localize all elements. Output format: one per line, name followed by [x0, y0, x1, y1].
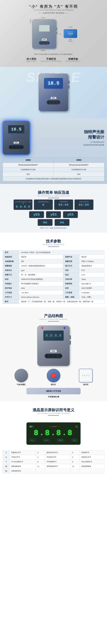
alarm-section: 18.5 ihldr 独特声光振 报警设计 让气体浓度在达到 高低报警值时能够迅 [0, 118, 107, 184]
table-row: 工作温度 -10~40℃ 工作湿度 5~90%RH [3, 290, 104, 295]
structure-open-key: 开机键/确认键 [48, 396, 59, 398]
desc-item-comfort: 手感舒适 HAND FEEL COMFORTABLE [41, 57, 61, 62]
alarm-device-image: 18.5 ihldr [3, 121, 30, 155]
structure-storage-area: 磁吸接口/开关存储 [26, 388, 81, 394]
table-row: 配件 提供各一个：万向旋转钳套一套、充电一套、鳄鱼夹一套、合格证提供各一套、说明… [3, 300, 104, 304]
desc-item-light: 体小质轻 SMALL LIGHT [26, 57, 37, 62]
table-row: 振动 振动 [3, 172, 104, 176]
alarm-table: 低警报 高警报 蜂鸣器连续低速滴滴报警声 蜂鸣器连续高速滴滴报警声 红蓝报警指示… [3, 158, 104, 181]
lcd-display: S ALARM ◁ ⏻ 8.8.8.8 AL-L AL-H ZERO CAL [26, 422, 81, 445]
hero-sub: —— 先进的安全保护 就在您身边 —— [3, 12, 104, 14]
yes-screen-1: yES [29, 211, 44, 218]
op-screen-1: 开机自检后迅速进入人员测测 8.8.8.8 [14, 200, 33, 210]
table-row: 浓度单位 ppm 语言 中文 [3, 268, 104, 273]
table-row: 外壳尺寸 92mm×58mm×28.5mm 重量（净重） 150g（净重） [3, 295, 104, 300]
structure-title-cn: 产品结构图 [3, 313, 104, 318]
size-desc: 适你小巧外形 和银行卡比起来相差无几 轻巧便携 检测随心 [3, 53, 104, 55]
operation-section: 操作简单 响应迅速 THE OPERATION IS SIMPLE AND QU… [0, 184, 107, 232]
table-row: 传感器数量 2种 测量范围 常量: 0-100ppm [3, 259, 104, 264]
tech-params-table: 型号 HG-MDC-C*指示一定方向传感器选用 检测原理 电化学 检测气体 电化… [3, 250, 104, 304]
op-screen-3: 迅速报警设置 05:00 [54, 200, 73, 210]
table-row: 10 报警低数值单 11 报警高数值符号 12 高报报警数量 [3, 464, 104, 469]
no-screens-row: no no [3, 219, 104, 226]
alarm-title-area: 独特声光振 报警设计 让气体浓度在达到 高低报警值时能够迅速提醒 [33, 129, 104, 146]
lcd-btn-al-l[interactable]: AL-L [30, 439, 36, 442]
table-row: 型号 HG-MDC-C*指示一定方向传感器选用 [3, 250, 104, 255]
simple-section: SIMPLE 18.5 ihldr [0, 67, 107, 118]
table-row: 开启报警后声光和振动同时间报示 同时检测到高低报警发生时执行高报警动作 [3, 176, 104, 181]
yes-screen-2: yES [46, 211, 61, 218]
yes-screens-row: yES yES yES [3, 211, 104, 218]
operation-caption: 智慧了方式一键感 使用安放安全放心 [3, 227, 104, 229]
structure-main-device: 8.8.8.8 ihldr [37, 326, 70, 366]
op-screen-2: 查看警报报警限值 0 [34, 200, 53, 210]
hero-tagline-en: A LITTLE ACTION MAKES A BIG DIFFERENCE [3, 9, 104, 11]
operation-screens-row: 开机自检后迅速进入人员测测 8.8.8.8 查看警报报警限值 0 迅速报警设置 … [3, 200, 104, 210]
op-screen-4: 短时间完成启动 02:00 [74, 200, 93, 210]
low-alarm-header: 低警报 [3, 158, 54, 163]
structure-item-screen: 8.8.8.8 显示区 [71, 369, 101, 386]
table-row: 测量精度 ±1%FS（现场传感器精度而定） 显示方式 液晶超薄显示 [3, 264, 104, 268]
product-device: 9.2cm 5.8cm ihldr 2 [30, 17, 56, 51]
lcd-btn-cal[interactable]: CAL [72, 439, 77, 442]
table-row: 电池 1800mAh可充电合成锂电池 充电功率 25¢rit [3, 277, 104, 282]
desc-item-sensitive: 按键灵敏 BUTTON SENSITIVE [66, 57, 81, 62]
operation-title-cn: 操作简单 响应迅速 [3, 190, 104, 195]
structure-item-led: 报示灯 [38, 369, 68, 386]
structure-item-sensor: 气体传感区 [6, 369, 36, 386]
table-row: 报警方式 声、光、振动警报 电压 3.7V [3, 273, 104, 277]
lcd-s-indicator: S [50, 426, 51, 428]
tech-title-cn: 技术参数 [3, 239, 104, 244]
lcd-btn-zero[interactable]: ZERO [57, 439, 64, 442]
lcd-title-cn: 液晶显示屏标识符号意义 [3, 408, 104, 412]
yes-screen-3: yES [63, 211, 78, 218]
high-alarm-header: 高警报 [54, 158, 104, 163]
table-row: 4 US指示符号 5 声音指示符号 6 高级指示符号 [3, 455, 104, 460]
table-row: 检测原理 电化学 检测气体 电化学 [3, 255, 104, 259]
tech-title-en: TECHNICAL PARAMETERS [3, 244, 104, 246]
no-screen-1: no [38, 219, 53, 226]
hero-tagline-cn: "小" 有所为 "大" 有不同 [3, 4, 104, 9]
table-row: 13 仪器故障信息 [3, 469, 104, 473]
lcd-legend-table: 1 电量指示符号 2 数据符指示符号 3 前警报符号 4 US指示符号 5 声音… [3, 450, 104, 473]
lcd-arrow-indicator: ◁ [58, 426, 59, 428]
hero-section: "小" 有所为 "大" 有不同 A LITTLE ACTION MAKES A … [0, 0, 107, 67]
hand-device-image: 18.5 ihldr [39, 74, 68, 112]
device-image: ihldr [32, 19, 56, 49]
lcd-alarm-indicator: ALARM [52, 426, 57, 428]
tech-section: 技术参数 TECHNICAL PARAMETERS 型号 HG-MDC-C*指示… [0, 232, 107, 307]
table-row: 蜂鸣器连续低速滴滴报警声 蜂鸣器连续高速滴滴报警声 [3, 163, 104, 168]
table-row: 防护等级 IP65 材质 ABS工程塑料 [3, 286, 104, 290]
operation-title-en: THE OPERATION IS SIMPLE AND QUICK [3, 195, 104, 197]
lcd-section: 液晶显示屏标识符号意义 LCD screen logo symbol meani… [0, 402, 107, 477]
table-row: 红蓝报警指示灯闪烁 红蓝报警指示灯闪烁 [3, 168, 104, 172]
structure-section: 产品结构图 PRODUCT STRUCTURE DRAWING 8.8.8.8 … [0, 307, 107, 402]
lcd-main-digits: 8.8.8.8 [30, 429, 77, 437]
table-row: 1 电量指示符号 2 数据符指示符号 3 前警报符号 [3, 450, 104, 455]
table-row: 充电端口 带USB磁吸式充电端口 防爆等级 Exib DⅡB T1 [3, 282, 104, 286]
structure-title-en: PRODUCT STRUCTURE DRAWING [3, 318, 104, 320]
lcd-btn-al-h[interactable]: AL-H [43, 439, 49, 442]
card-image: ABC BANK 1234 VISA [64, 29, 77, 38]
no-screen-2: no [55, 219, 69, 226]
lcd-title-en: LCD screen logo symbol meaning [3, 412, 104, 414]
table-row: 7 %-VOL报警符号 8 PPM报警符号 9 %LEL报警符号 [3, 460, 104, 464]
